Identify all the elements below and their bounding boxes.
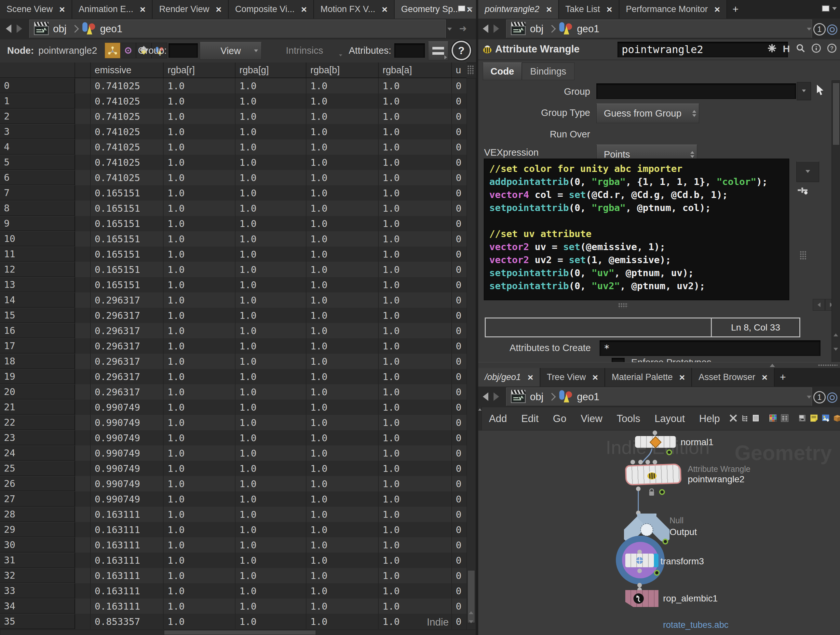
node-label-rop-alembic1[interactable]: rop_alembic1 [663,593,718,604]
link-number-icon[interactable]: 1 [813,23,826,35]
node-transform3[interactable] [625,554,654,567]
table-row[interactable]: 240.9907491.01.01.01.00 [0,445,467,461]
status-message-field[interactable] [486,318,712,336]
close-icon[interactable]: × [382,4,388,15]
close-icon[interactable]: × [714,4,720,15]
connector-dot[interactable] [653,431,657,435]
close-icon[interactable]: × [140,4,146,15]
column-header[interactable]: emissive [91,63,164,78]
panel-splitter[interactable] [476,0,478,635]
row-index-cell[interactable]: 27 [0,491,75,507]
node-name-field[interactable]: pointwrangle2 [617,42,788,57]
enforce-prototypes-checkbox[interactable] [612,358,625,362]
row-index-cell[interactable]: 19 [0,369,75,384]
row-index-cell[interactable]: 25 [0,461,75,476]
back-arrow-icon[interactable] [483,393,488,401]
link-number-icon[interactable]: 1 [813,391,826,404]
divider-grip[interactable] [818,364,837,367]
table-row[interactable]: 270.9907491.01.01.01.00 [0,491,467,507]
vexpression-editor[interactable]: //set color for unity abc importeraddpoi… [484,158,789,300]
menu-scroll-button[interactable] [478,406,482,431]
forward-arrow-icon[interactable] [494,393,499,401]
window-layout-icon[interactable] [798,414,807,424]
row-index-cell[interactable]: 15 [0,308,75,323]
table-row[interactable]: 280.1631111.01.01.01.00 [0,507,467,522]
tree-list-icon[interactable] [741,414,748,424]
color-palette-icon[interactable] [769,414,777,424]
close-icon[interactable]: × [546,4,552,15]
row-index-cell[interactable]: 11 [0,247,75,262]
path-node[interactable]: geo1 [100,23,122,35]
path-node[interactable]: geo1 [577,391,599,403]
editor-scroll-left-button[interactable] [813,299,825,311]
output-dot[interactable] [636,486,641,491]
vscroll-thumb[interactable] [467,570,475,623]
menu-add[interactable]: Add [482,413,514,424]
list-icon[interactable] [752,414,759,424]
pane-menu-button[interactable] [458,5,473,12]
path-root[interactable]: obj [530,391,543,403]
tab-render-view[interactable]: Render View× [153,0,229,19]
package-box-icon[interactable] [833,414,840,424]
column-resize-grip[interactable] [467,65,474,75]
header-index-column[interactable] [0,63,75,78]
row-index-cell[interactable]: 18 [0,354,75,369]
radial-link-icon[interactable] [827,24,837,35]
row-index-cell[interactable]: 22 [0,415,75,430]
table-row[interactable]: 90.1651511.01.01.01.00 [0,216,467,231]
column-header[interactable]: rgba[b] [306,63,379,78]
group-type-dropdown[interactable]: Guess from Group [596,104,699,123]
node-rop-alembic1[interactable] [625,590,658,607]
close-icon[interactable]: × [527,372,533,383]
row-index-cell[interactable]: 35 [0,614,75,629]
scroll-down-icon[interactable] [834,348,838,351]
close-icon[interactable]: × [59,4,65,15]
group-param-input[interactable] [596,83,796,99]
row-index-cell[interactable]: 16 [0,323,75,338]
table-row[interactable]: 320.1631111.01.01.01.00 [0,568,467,583]
intrinsics-dropdown[interactable]: Intrinsics [265,42,344,59]
table-row[interactable]: 340.1631111.01.01.01.00 [0,599,467,614]
tools-icon[interactable] [729,414,737,424]
info-icon[interactable] [812,43,821,54]
attributes-to-create-input[interactable]: * [600,340,821,356]
row-index-cell[interactable]: 0 [0,78,75,93]
display-flag-badge[interactable] [666,450,672,455]
row-index-cell[interactable]: 12 [0,262,75,277]
tab-motion-fx-view[interactable]: Motion FX V...× [314,0,395,19]
table-row[interactable]: 70.1651511.01.01.01.00 [0,185,467,201]
scroll-down-icon[interactable] [469,620,473,623]
table-row[interactable]: 330.1631111.01.01.01.00 [0,583,467,599]
row-index-cell[interactable]: 8 [0,201,75,216]
sticky-note-icon[interactable] [810,414,818,424]
menu-tools[interactable]: Tools [609,413,647,424]
row-index-cell[interactable]: 10 [0,231,75,247]
pane-menu-button[interactable] [822,5,837,12]
input-dot[interactable] [630,460,635,464]
tab-performance-monitor[interactable]: Performance Monitor× [619,0,728,19]
scroll-up-icon[interactable] [834,333,838,336]
row-index-cell[interactable]: 3 [0,124,75,139]
row-index-cell[interactable]: 17 [0,338,75,354]
path-field[interactable]: obj geo1 [506,19,812,38]
node-label-normal1[interactable]: normal1 [681,437,714,447]
close-icon[interactable]: × [216,4,221,15]
select-group-cursor-icon[interactable] [815,84,825,97]
close-icon[interactable]: × [301,4,307,15]
node-label-pointwrangle2[interactable]: pointwrangle2 [688,474,744,485]
table-row[interactable]: 150.2963171.01.01.01.00 [0,308,467,323]
row-index-cell[interactable]: 2 [0,109,75,124]
table-row[interactable]: 290.1631111.01.01.01.00 [0,522,467,537]
table-row[interactable]: 350.8533571.01.01.01.00 [0,614,467,629]
table-row[interactable]: 80.1651511.01.01.01.00 [0,201,467,216]
row-index-cell[interactable]: 26 [0,476,75,491]
menu-go[interactable]: Go [546,413,573,424]
forward-arrow-icon[interactable] [17,24,22,33]
tab-pointwrangle2[interactable]: pointwrangle2× [478,0,559,19]
column-header[interactable]: rgba[a] [379,63,452,78]
table-row[interactable]: 160.2963171.01.01.01.00 [0,323,467,338]
connector-dot[interactable] [637,583,642,587]
table-row[interactable]: 120.1651511.01.01.01.00 [0,262,467,277]
row-index-cell[interactable]: 14 [0,293,75,308]
row-index-cell[interactable]: 4 [0,139,75,155]
